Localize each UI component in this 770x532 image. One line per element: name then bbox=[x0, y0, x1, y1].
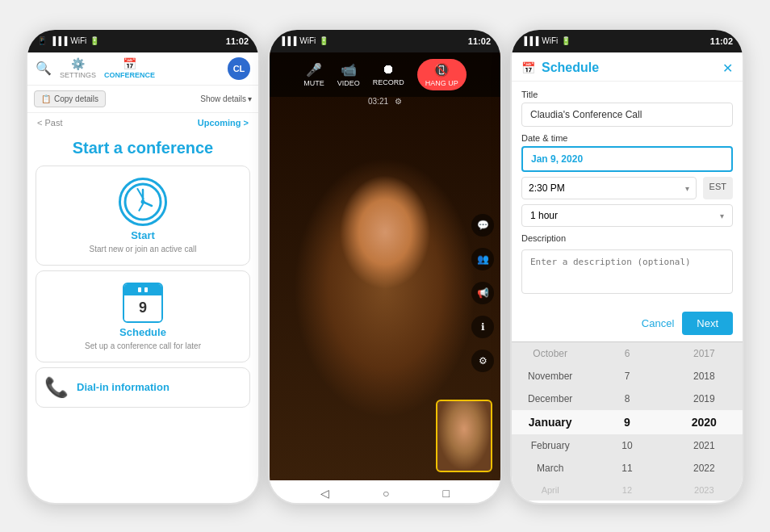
chat-icon-btn[interactable]: 💬 bbox=[471, 214, 494, 237]
year-item-4[interactable]: 2021 bbox=[666, 434, 743, 457]
schedule-label: Schedule bbox=[119, 326, 166, 338]
time-select[interactable]: 2:30 PM bbox=[521, 177, 697, 199]
calendar-header-icon: 📅 bbox=[521, 61, 535, 74]
day-column: 6 7 8 9 10 11 12 bbox=[588, 342, 665, 501]
call-toolbar: 🎤 MUTE 📹 VIDEO ⏺ RECORD 📵 HANG UP bbox=[270, 52, 500, 97]
month-item-4[interactable]: February bbox=[512, 434, 588, 457]
cal-header bbox=[124, 284, 161, 295]
duration-select[interactable]: 1 hour bbox=[521, 204, 733, 227]
status-time-left: 11:02 bbox=[226, 36, 249, 46]
title-input[interactable] bbox=[521, 103, 733, 127]
month-item-1[interactable]: November bbox=[512, 365, 588, 387]
back-button[interactable]: ◁ bbox=[320, 487, 329, 500]
battery-icon-mid: 🔋 bbox=[319, 36, 329, 45]
mute-button[interactable]: 🎤 MUTE bbox=[303, 62, 324, 87]
day-item-3[interactable]: 9 bbox=[588, 410, 665, 434]
home-button[interactable]: ○ bbox=[383, 487, 389, 500]
status-bar-middle: ▐▐▐ WiFi 🔋 11:02 bbox=[270, 30, 500, 52]
copy-icon: 📋 bbox=[41, 94, 51, 103]
cancel-button[interactable]: Cancel bbox=[642, 312, 674, 335]
phones-container: 📱 ▐▐▐ WiFi 🔋 11:02 🔍 ⚙️ SETTINGS 📅 CONFE… bbox=[0, 0, 770, 532]
timezone-label: EST bbox=[703, 177, 733, 199]
copy-details-button[interactable]: 📋 Copy details bbox=[34, 90, 106, 107]
conference-nav[interactable]: 📅 CONFERENCE bbox=[104, 57, 155, 79]
day-item-5[interactable]: 11 bbox=[588, 457, 665, 480]
schedule-header: 📅 Schedule ✕ bbox=[512, 52, 743, 82]
conference-label: CONFERENCE bbox=[104, 71, 155, 79]
search-icon[interactable]: 🔍 bbox=[36, 61, 52, 76]
schedule-sublabel: Set up a conference call for later bbox=[85, 341, 201, 350]
page-title: Start a conference bbox=[27, 132, 258, 161]
day-item-2[interactable]: 8 bbox=[588, 387, 665, 410]
month-item-6[interactable]: April bbox=[512, 480, 588, 501]
recents-button[interactable]: □ bbox=[443, 487, 450, 500]
status-icons-right: ▐▐▐ WiFi 🔋 bbox=[521, 36, 571, 45]
hangup-icon: 📵 bbox=[433, 62, 450, 77]
day-item-1[interactable]: 7 bbox=[588, 365, 665, 387]
month-item-0[interactable]: October bbox=[512, 342, 588, 365]
mute-label: MUTE bbox=[303, 79, 324, 87]
year-item-5[interactable]: 2022 bbox=[666, 457, 743, 480]
video-button[interactable]: 📹 VIDEO bbox=[337, 62, 360, 87]
year-item-6[interactable]: 2023 bbox=[666, 480, 743, 501]
close-button[interactable]: ✕ bbox=[722, 61, 733, 76]
timer: 03:21 bbox=[368, 97, 388, 106]
call-counter: 03:21 ⚙ bbox=[368, 97, 402, 106]
title-label: Title bbox=[521, 90, 733, 99]
wifi-icon: WiFi bbox=[70, 36, 86, 45]
dial-in-card[interactable]: 📞 Dial-in information bbox=[36, 367, 250, 408]
phone-icon: 📱 bbox=[37, 36, 47, 45]
video-icon: 📹 bbox=[341, 62, 357, 77]
wifi-icon-mid: WiFi bbox=[299, 36, 316, 45]
day-item-0[interactable]: 6 bbox=[588, 342, 665, 365]
time-value: 2:30 PM bbox=[529, 182, 565, 194]
side-icon-panel: 💬 👥 📢 ℹ ⚙ bbox=[471, 214, 494, 372]
status-bar-right: ▐▐▐ WiFi 🔋 11:02 bbox=[512, 30, 743, 52]
year-item-2[interactable]: 2019 bbox=[666, 387, 743, 410]
day-item-6[interactable]: 12 bbox=[588, 480, 665, 501]
month-item-5[interactable]: March bbox=[512, 457, 588, 480]
info-icon-btn[interactable]: ℹ bbox=[471, 316, 494, 338]
hangup-button[interactable]: 📵 HANG UP bbox=[417, 59, 467, 90]
upcoming-nav[interactable]: Upcoming > bbox=[198, 118, 249, 128]
date-picker-wheel: October November December January Februa… bbox=[512, 341, 743, 501]
time-row: 2:30 PM EST bbox=[521, 177, 733, 199]
year-column: 2017 2018 2019 2020 2021 2022 2023 bbox=[666, 342, 743, 501]
calendar-icon: 📅 bbox=[123, 57, 136, 70]
avatar[interactable]: CL bbox=[228, 57, 250, 80]
day-item-4[interactable]: 10 bbox=[588, 434, 665, 457]
month-item-3[interactable]: January bbox=[512, 410, 588, 434]
duration-chevron-icon bbox=[720, 210, 724, 221]
record-button[interactable]: ⏺ RECORD bbox=[373, 62, 404, 86]
clock-icon bbox=[119, 178, 167, 226]
cal-day: 9 bbox=[124, 295, 161, 321]
top-nav: 🔍 ⚙️ SETTINGS 📅 CONFERENCE CL bbox=[27, 52, 258, 86]
avatar-text: CL bbox=[233, 64, 245, 73]
start-card[interactable]: Start Start new or join an active call bbox=[36, 165, 250, 266]
show-details-button[interactable]: Show details ▾ bbox=[200, 94, 252, 103]
next-button[interactable]: Next bbox=[682, 312, 733, 335]
schedule-card[interactable]: 9 Schedule Set up a conference call for … bbox=[36, 270, 250, 362]
phone-dial-icon: 📞 bbox=[44, 376, 69, 399]
month-item-2[interactable]: December bbox=[512, 387, 588, 410]
past-nav[interactable]: < Past bbox=[37, 118, 63, 128]
signal-icon-right: ▐▐▐ bbox=[521, 36, 538, 45]
description-textarea[interactable] bbox=[521, 249, 733, 294]
date-input[interactable] bbox=[521, 146, 733, 172]
battery-icon: 🔋 bbox=[90, 36, 99, 45]
battery-icon-right: 🔋 bbox=[561, 36, 571, 45]
year-item-0[interactable]: 2017 bbox=[666, 342, 743, 365]
year-item-3[interactable]: 2020 bbox=[666, 410, 743, 434]
wifi-icon-right: WiFi bbox=[542, 36, 558, 45]
gear-icon-btn[interactable]: ⚙ bbox=[471, 350, 494, 372]
people-icon-btn[interactable]: 👥 bbox=[471, 248, 494, 270]
duration-value: 1 hour bbox=[530, 210, 558, 221]
settings-small-icon: ⚙ bbox=[395, 97, 402, 106]
speaker-icon-btn[interactable]: 📢 bbox=[471, 282, 494, 304]
svg-point-3 bbox=[141, 199, 145, 203]
self-video-thumbnail[interactable] bbox=[436, 400, 492, 472]
year-item-1[interactable]: 2018 bbox=[666, 365, 743, 387]
settings-nav[interactable]: ⚙️ SETTINGS bbox=[60, 57, 96, 79]
dial-label: Dial-in information bbox=[77, 381, 169, 393]
wheel-header-row: October November December January Februa… bbox=[512, 342, 743, 501]
